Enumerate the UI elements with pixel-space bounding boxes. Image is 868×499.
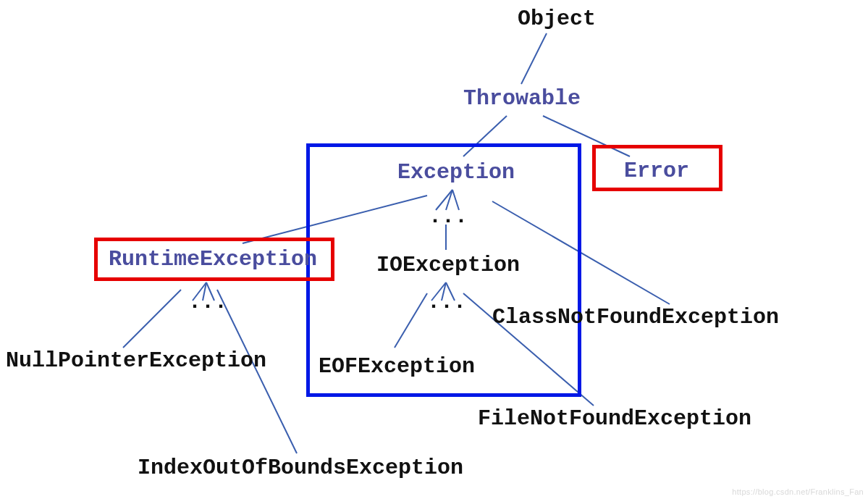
node-runtime-exception: RuntimeException bbox=[109, 248, 317, 272]
node-object: Object bbox=[518, 7, 596, 31]
dots-under-exception: ... bbox=[429, 204, 468, 229]
node-ioexception: IOException bbox=[376, 253, 520, 277]
node-error: Error bbox=[624, 159, 689, 183]
node-filenotfound: FileNotFoundException bbox=[478, 407, 751, 431]
svg-line-0 bbox=[521, 33, 547, 84]
diagram-canvas: Object Throwable Exception Error ... Run… bbox=[0, 0, 868, 499]
node-indexoutofbounds: IndexOutOfBoundsException bbox=[138, 456, 463, 480]
node-eofexception: EOFException bbox=[319, 355, 475, 379]
node-nullpointer: NullPointerException bbox=[6, 349, 266, 373]
node-throwable: Throwable bbox=[463, 87, 581, 111]
watermark-text: https://blog.csdn.net/Franklins_Fan bbox=[732, 487, 864, 496]
dots-under-runtime: ... bbox=[188, 290, 227, 314]
svg-line-12 bbox=[123, 290, 181, 348]
node-classnotfound: ClassNotFoundException bbox=[492, 306, 779, 330]
dots-under-ioexception: ... bbox=[427, 290, 466, 314]
node-exception: Exception bbox=[397, 161, 515, 185]
